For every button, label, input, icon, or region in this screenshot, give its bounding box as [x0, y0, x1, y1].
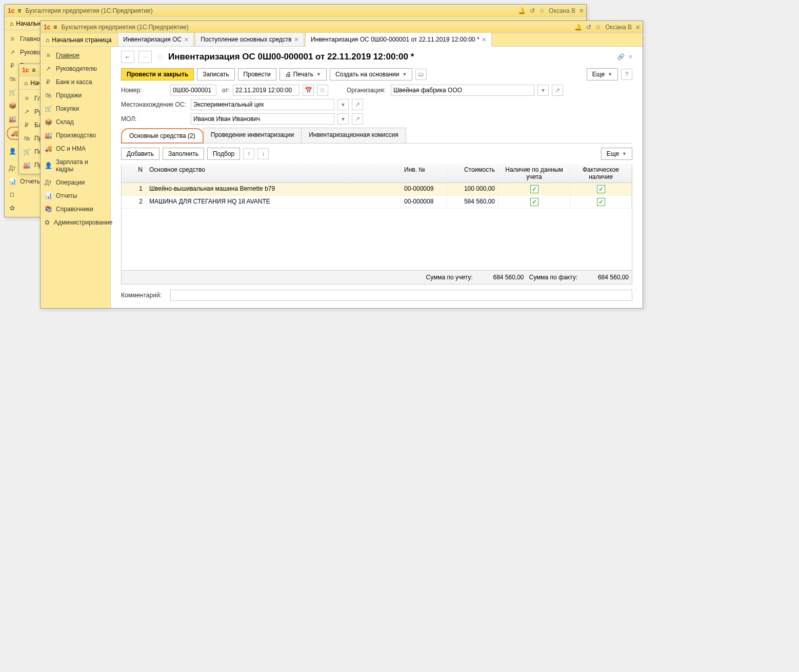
factory-icon: 🏭 [9, 115, 16, 123]
list-icon: ≡ [9, 35, 16, 43]
sidebar-item-warehouse[interactable]: 📦Склад [41, 115, 110, 129]
star-icon[interactable]: ☆ [539, 7, 545, 14]
app-logo: 1c [44, 24, 50, 31]
cart-icon: 🛒 [9, 89, 16, 96]
add-button[interactable]: Добавить [121, 148, 159, 160]
comment-input[interactable] [170, 290, 632, 301]
move-down-button[interactable]: ↓ [257, 148, 269, 159]
col-asset[interactable]: Основное средство [146, 164, 401, 182]
grid-footer: Сумма по учету: 684 560,00 Сумма по факт… [122, 270, 632, 284]
more-button[interactable]: Еще▼ [601, 148, 632, 160]
sidebar-item-bank[interactable]: ₽Банк и касса [41, 75, 110, 89]
actual-checkbox[interactable]: ✓ [597, 198, 605, 206]
fill-button[interactable]: Заполнить [163, 148, 204, 160]
mol-label: МОЛ: [121, 115, 188, 123]
col-n[interactable]: N [122, 164, 146, 182]
open-icon[interactable]: ↗ [552, 85, 563, 96]
close-icon[interactable]: × [184, 35, 188, 44]
open-icon[interactable]: ↗ [352, 99, 363, 110]
titlebar: 1c ≡ Бухгалтерия предприятия (1С:Предпри… [41, 21, 643, 33]
post-close-button[interactable]: Провести и закрыть [121, 68, 194, 80]
link-icon[interactable]: 🔗 [617, 53, 625, 60]
menu2-icon[interactable]: ≡ [636, 24, 640, 31]
close-icon[interactable]: × [629, 53, 632, 60]
sidebar-item-manager[interactable]: ↗Руководителю [41, 62, 110, 75]
comment-label: Комментарий: [121, 292, 167, 299]
sidebar-item-admin[interactable]: ✿Администрирование [41, 216, 110, 229]
create-on-button[interactable]: Создать на основании▼ [330, 68, 412, 80]
sidebar-item-os-nma[interactable]: 🚚ОС и НМА [41, 142, 110, 155]
dropdown-icon[interactable]: ▾ [337, 99, 349, 110]
forward-button[interactable]: → [138, 51, 152, 63]
bell-icon[interactable]: 🔔 [518, 7, 526, 14]
tab-conducting[interactable]: Проведение инвентаризации [203, 128, 302, 143]
sidebar-item-salary[interactable]: 👤Зарплата и кадры [41, 155, 110, 176]
tab-commission[interactable]: Инвентаризационная комиссия [301, 128, 406, 143]
fav-icon[interactable]: ☆ [156, 51, 164, 63]
structure-button[interactable]: 🗂 [415, 69, 427, 80]
home-icon: ⌂ [10, 20, 13, 27]
doc-icon: 🗋 [9, 191, 16, 198]
home-icon: ⌂ [46, 36, 49, 44]
sum-actual-value: 684 560,00 [583, 274, 629, 281]
content: ← → ☆ Инвентаризация ОС 0Ш00-000001 от 2… [111, 47, 643, 308]
open-icon[interactable]: ↗ [352, 113, 363, 125]
move-up-button[interactable]: ↑ [243, 148, 254, 159]
table-row[interactable]: 2 МАШИНА ДЛЯ СТЕГАНИЯ HQ 18 AVANTE 00-00… [122, 196, 632, 209]
mol-input[interactable] [191, 113, 334, 125]
help-button[interactable]: ? [621, 69, 632, 80]
tab-assets[interactable]: Основные средства (2) [121, 128, 204, 144]
from-label: от: [219, 87, 230, 94]
star-icon[interactable]: ☆ [595, 24, 601, 31]
col-accounting[interactable]: Наличие по данным учета [498, 164, 570, 182]
app-title: Бухгалтерия предприятия (1С:Предприятие) [25, 7, 518, 14]
sidebar-item-sales[interactable]: 🛍Продажи [41, 89, 110, 102]
back-button[interactable]: ← [121, 51, 134, 63]
col-cost[interactable]: Стоимость [447, 164, 498, 182]
menu-icon[interactable]: ≡ [53, 24, 57, 31]
sidebar-item-purchases[interactable]: 🛒Покупки [41, 102, 110, 115]
pick-button[interactable]: Подбор [207, 148, 240, 160]
sidebar-item-reports[interactable]: 📊Отчеты [41, 189, 110, 202]
dropdown-icon[interactable]: ▾ [337, 113, 349, 125]
print-button[interactable]: 🖨 Печать▼ [279, 68, 327, 80]
history-icon[interactable]: ↺ [586, 24, 591, 31]
col-actual[interactable]: Фактическое наличие [570, 164, 632, 182]
app-logo: 1c [8, 7, 14, 14]
close-icon[interactable]: × [294, 35, 298, 44]
tabbar: ⌂Начальная страница Инвентаризация ОС× П… [41, 33, 643, 47]
accounting-checkbox[interactable]: ✓ [530, 198, 538, 206]
sidebar-item-directories[interactable]: 📚Справочники [41, 202, 110, 216]
close-icon[interactable]: × [482, 35, 486, 44]
dropdown-icon[interactable]: ▾ [537, 85, 549, 96]
number-input[interactable] [170, 85, 216, 96]
tab-inventory-list[interactable]: Инвентаризация ОС× [117, 32, 194, 46]
sidebar-item-operations[interactable]: ДтОперации [41, 176, 110, 189]
truck-icon: 🚚 [11, 130, 18, 137]
calendar-icon[interactable]: 📅 [303, 85, 314, 96]
user-label[interactable]: Оксана В [549, 7, 575, 14]
org-input[interactable] [391, 85, 534, 96]
history-icon[interactable]: ↺ [530, 7, 535, 14]
bell-icon[interactable]: 🔔 [574, 24, 582, 31]
tab-receipt[interactable]: Поступление основных средств× [195, 32, 304, 46]
sidebar-item-main[interactable]: ≡Главное [41, 49, 110, 62]
menu-icon[interactable]: ≡ [32, 67, 35, 74]
location-input[interactable] [191, 99, 334, 110]
table-row[interactable]: 1 Швейно-вышивальная машина Bernette b79… [122, 183, 632, 196]
post-button[interactable]: Провести [238, 68, 276, 80]
doc-icon[interactable]: 🗎 [317, 85, 328, 96]
sidebar-item-production[interactable]: 🏭Производство [41, 129, 110, 142]
col-inv[interactable]: Инв. № [401, 164, 447, 182]
menu2-icon[interactable]: ≡ [580, 7, 583, 14]
tab-inventory-doc[interactable]: Инвентаризация ОС 0Ш00-000001 от 22.11.2… [305, 32, 492, 47]
tab-home[interactable]: ⌂Начальная страница [42, 34, 116, 46]
accounting-checkbox[interactable]: ✓ [530, 185, 538, 193]
write-button[interactable]: Записать [197, 68, 234, 80]
more-button[interactable]: Еще▼ [587, 68, 618, 80]
user-label[interactable]: Оксана В [605, 24, 632, 31]
date-input[interactable] [233, 85, 299, 96]
actual-checkbox[interactable]: ✓ [597, 185, 605, 193]
menu-icon[interactable]: ≡ [17, 7, 21, 14]
sum-accounting-label: Сумма по учету: [426, 274, 473, 281]
